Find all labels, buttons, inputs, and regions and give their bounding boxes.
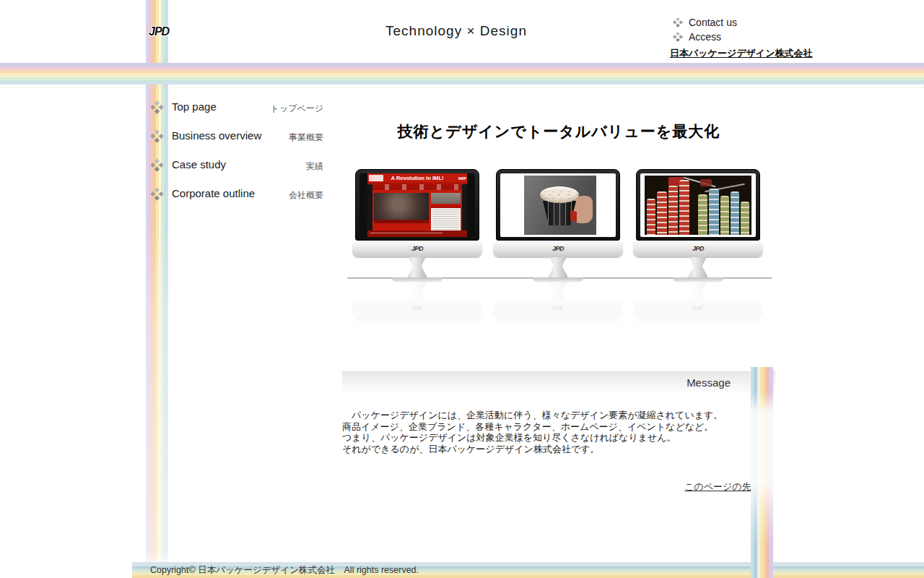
cup-stack <box>741 202 749 235</box>
nav-label-jp: 実績 <box>306 160 323 173</box>
nav-item-business-overview[interactable]: Business overview 事業概要 <box>150 127 323 146</box>
reflection-fade <box>352 282 482 327</box>
monitor-stand <box>537 257 579 277</box>
screen-photo-caption <box>374 220 429 223</box>
jpd-logo[interactable]: JPD <box>149 25 169 38</box>
screen-side-image <box>431 193 461 204</box>
nav-label-jp: トップページ <box>271 103 323 115</box>
contact-us-link[interactable]: Contact us <box>673 15 737 30</box>
screen-site-badge: NMP <box>458 176 466 181</box>
nav-label-en: Corporate outline <box>172 187 255 199</box>
nav-item-top-page[interactable]: Top page トップページ <box>150 98 323 117</box>
page-title: 技術とデザインでトータルバリューを最大化 <box>342 121 775 142</box>
screen-site-header: A Revolution in IML! NMP <box>367 173 467 184</box>
nav-label-en: Top page <box>172 100 217 113</box>
nav-label-en: Case study <box>172 158 226 171</box>
clover-bullet-icon <box>150 129 163 142</box>
access-link[interactable]: Access <box>673 30 737 44</box>
nav-item-case-study[interactable]: Case study 実績 <box>150 156 323 175</box>
screen-photo <box>524 176 596 235</box>
monitor-chin: JPD <box>352 241 482 257</box>
page: JPD Technology × Design Contact us Acces… <box>0 0 924 578</box>
screen-photo <box>645 176 751 235</box>
clover-bullet-icon <box>150 187 163 200</box>
top-rainbow-band <box>0 63 924 85</box>
screen-feed-lines <box>432 210 459 230</box>
clover-bullet-icon <box>150 158 163 171</box>
cup-stack <box>698 194 707 235</box>
screen-site-nav <box>367 184 467 190</box>
band-dashed-divider <box>0 87 924 87</box>
copyright-text: Copyright© 日本パッケージデザイン株式会社 All rights re… <box>150 562 419 578</box>
cup-stack <box>668 186 678 235</box>
monitor-frame: A Revolution in IML! NMP <box>355 169 479 241</box>
photo-cup-stacks <box>645 176 751 235</box>
cup-stack <box>709 189 718 235</box>
monitor-display-3: JPD JPD <box>636 169 760 241</box>
screen-stacked-cups-photo <box>640 173 756 237</box>
nav-label-jp: 事業概要 <box>289 131 323 144</box>
screen-site-title: A Revolution in IML! <box>370 175 464 181</box>
right-rainbow-stripe <box>751 367 773 578</box>
cup-stack <box>647 199 655 235</box>
contact-us-label: Contact us <box>689 17 737 28</box>
clover-bullet-icon <box>673 17 683 27</box>
message-body: パッケージデザインには、企業活動に伴う、様々なデザイン要素が凝縮されています。 … <box>342 410 775 454</box>
clover-bullet-icon <box>673 32 683 42</box>
screen-dark-bar <box>367 184 372 237</box>
message-line: 商品イメージ、企業ブランド、各種キャラクター、ホームページ、イベントなどなど。 <box>342 421 775 433</box>
screen-feed-panel <box>431 205 461 230</box>
footer: Copyright© 日本パッケージデザイン株式会社 All rights re… <box>132 562 924 578</box>
cup-stack <box>657 191 666 235</box>
monitor-reflection: JPD <box>493 282 623 327</box>
monitor-jpd-logo: JPD <box>552 245 564 252</box>
clover-bullet-icon <box>150 100 163 113</box>
screen-cup-photo <box>500 173 616 237</box>
monitor-chin: JPD <box>633 241 763 257</box>
screen-photo <box>374 193 429 220</box>
monitor-chin: JPD <box>493 241 623 257</box>
monitor-jpd-logo: JPD <box>692 245 704 252</box>
message-line: つまり、パッケージデザインは対象企業様を知り尽くさなければなりません。 <box>342 432 775 444</box>
nav-item-corporate-outline[interactable]: Corporate outline 会社概要 <box>150 185 323 204</box>
page-top-link-row: このページの先頭へ <box>342 480 770 493</box>
message-line: それができるのが、日本パッケージデザイン株式会社です。 <box>342 444 775 455</box>
monitor-frame <box>496 169 620 241</box>
cup-stack <box>731 191 739 235</box>
screen-dark-bar <box>462 184 467 237</box>
header-links: Contact us Access <box>673 15 737 44</box>
message-section-bar: Message <box>342 371 775 392</box>
monitor-frame <box>636 169 760 241</box>
message-section-title: Message <box>687 372 731 393</box>
reflection-fade <box>493 282 623 327</box>
screen-site-footer <box>367 230 467 237</box>
monitor-display-2: JPD JPD <box>496 169 620 241</box>
photo-cup-soup <box>540 186 579 203</box>
nav-label-jp: 会社概要 <box>289 189 323 202</box>
monitor-reflection: JPD <box>352 282 482 327</box>
reflection-fade <box>633 282 763 327</box>
company-name-link[interactable]: 日本パッケージデザイン株式会社 <box>670 47 812 60</box>
message-line: パッケージデザインには、企業活動に伴う、様々なデザイン要素が凝縮されています。 <box>342 410 775 421</box>
nav-label-en: Business overview <box>172 129 261 142</box>
screen-website-red: A Revolution in IML! NMP <box>359 173 475 237</box>
monitor-reflection: JPD <box>633 282 763 327</box>
monitor-jpd-logo: JPD <box>411 245 423 252</box>
screen-site: A Revolution in IML! NMP <box>367 173 467 237</box>
cup-stack <box>679 180 689 235</box>
screen-feed-header <box>431 205 461 208</box>
monitor-stand <box>396 257 438 277</box>
monitor-display-1: A Revolution in IML! NMP <box>355 169 479 241</box>
cup-stack <box>720 196 729 235</box>
photo-cup-accent <box>570 210 577 222</box>
access-label: Access <box>689 31 721 43</box>
monitor-stand <box>677 257 719 277</box>
site-tagline: Technology × Design <box>0 23 912 39</box>
